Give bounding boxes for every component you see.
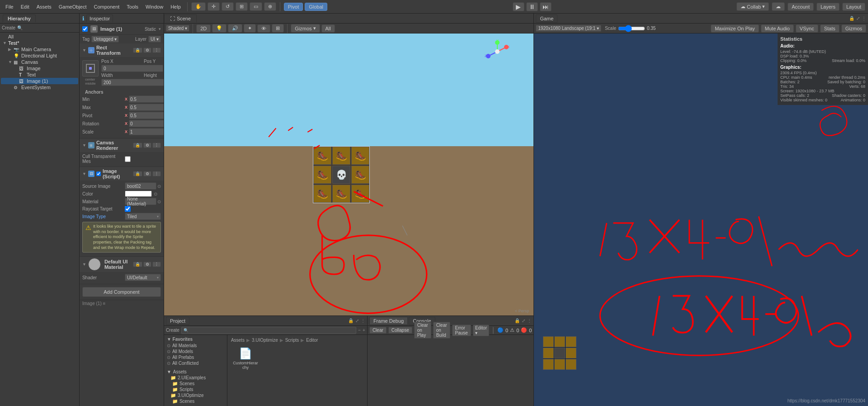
fav-all-conflicted[interactable]: ⊙ All Conflicted [165, 360, 226, 366]
services-btn[interactable]: ☁ [772, 2, 785, 11]
game-expand-icon[interactable]: ⤢ [856, 16, 860, 21]
image-lock-btn[interactable]: 🔒 [133, 171, 142, 177]
breadcrumb-assets[interactable]: Assets [231, 338, 245, 343]
project-create-btn[interactable]: Create [166, 328, 179, 333]
asset-uioptimize[interactable]: 📁 3.UIOptimize [165, 392, 226, 398]
project-zoom-in[interactable]: + [363, 328, 365, 333]
rect-menu-btn[interactable]: ⋮ [152, 48, 161, 53]
hand-tool-btn[interactable]: ✋ [191, 2, 206, 11]
rect-lock-btn[interactable]: 🔒 [133, 48, 142, 53]
default-material-header[interactable]: ▼ Default UI Material 🔒 ⚙ ⋮ [80, 257, 164, 272]
tree-item-scene[interactable]: ▼ Test* [1, 40, 78, 46]
assets-header[interactable]: ▼ Assets [165, 369, 226, 375]
rect-tool-btn[interactable]: ▭ [250, 2, 262, 11]
scale-x-input[interactable] [129, 128, 164, 135]
step-button[interactable]: ⏭ [540, 2, 552, 11]
image-menu-btn[interactable]: ⋮ [152, 171, 161, 177]
collapse-btn[interactable]: Collapse [388, 327, 412, 334]
tree-item-canvas[interactable]: ▼ ▦ Canvas [1, 59, 78, 65]
scene-fx-btn[interactable]: ✦ [244, 24, 256, 33]
menu-file[interactable]: File [3, 3, 16, 10]
pos-x-input[interactable] [101, 65, 163, 72]
tree-item-maincamera[interactable]: ▶ 📷 Main Camera [1, 46, 78, 53]
image-script-header[interactable]: ▼ 🖼 Image (Script) 🔒 ⚙ ⋮ [80, 167, 164, 181]
menu-tools[interactable]: Tools [124, 3, 141, 10]
console-expand-icon[interactable]: ⤢ [522, 318, 525, 323]
play-button[interactable]: ▶ [513, 2, 524, 11]
console-search[interactable] [493, 327, 494, 334]
menu-window[interactable]: Window [143, 3, 166, 10]
rect-transform-header[interactable]: ▼ ⊹ Rect Transform 🔒 ⚙ ⋮ [80, 43, 164, 57]
min-x-input[interactable] [129, 96, 164, 103]
collab-btn[interactable]: ☁ Collab ▾ [736, 2, 769, 11]
scene-hidden-btn[interactable]: 👁 [257, 24, 270, 33]
canvas-settings-btn[interactable]: ⚙ [143, 143, 151, 148]
canvas-renderer-header[interactable]: ▼ ⊞ Canvas Renderer 🔒 ⚙ ⋮ [80, 139, 164, 152]
clear-btn[interactable]: Clear [369, 327, 387, 334]
editor-dropdown[interactable]: Editor ▾ [473, 325, 489, 336]
create-btn[interactable]: Create [2, 25, 15, 30]
max-x-input[interactable] [129, 104, 164, 111]
tree-item-image[interactable]: 🖼 Image [1, 65, 78, 72]
file-custom-hierarchy[interactable]: 📄 CustomHierarchy [231, 345, 260, 372]
shading-dropdown[interactable]: Shaded ▾ [166, 25, 189, 32]
scene-search-btn[interactable]: All [321, 24, 335, 33]
game-menu-icon[interactable]: ⋮ [862, 16, 866, 21]
scale-slider[interactable] [618, 25, 645, 32]
custom-tool-btn[interactable]: ⊕ [264, 2, 276, 11]
cull-checkbox[interactable] [125, 156, 131, 162]
tree-item-dirlight[interactable]: 💡 Directional Light [1, 53, 78, 59]
tree-item-eventsystem[interactable]: ⚙ EventSystem [1, 84, 78, 91]
layout-btn[interactable]: Layout [842, 3, 865, 11]
tree-item-image1[interactable]: 🖼 Image (1) [1, 78, 78, 84]
console-menu-icon[interactable]: ⋮ [527, 318, 532, 323]
asset-scripts[interactable]: 📁 Scripts [165, 387, 226, 392]
global-btn[interactable]: Global [305, 3, 327, 11]
menu-component[interactable]: Component [91, 3, 122, 10]
game-gizmos-btn[interactable]: Gizmos [841, 24, 866, 33]
game-tab[interactable]: Game [536, 14, 557, 23]
menu-assets[interactable]: Assets [34, 3, 54, 10]
source-image-select-btn[interactable]: ⊙ [157, 184, 161, 189]
mat-settings-btn[interactable]: ⚙ [143, 262, 151, 267]
color-swatch[interactable] [125, 191, 152, 197]
image-type-dropdown[interactable]: Tiled ▾ [125, 213, 161, 220]
layers-btn[interactable]: Layers [816, 3, 840, 11]
canvas-lock-btn[interactable]: 🔒 [133, 143, 142, 148]
project-zoom-out[interactable]: − [358, 328, 361, 333]
console-lock-icon[interactable]: 🔒 [514, 318, 520, 323]
scene-audio-btn[interactable]: 🔊 [228, 24, 242, 33]
game-lock-icon[interactable]: 🔒 [849, 16, 854, 21]
width-input[interactable] [101, 79, 164, 86]
material-value[interactable]: None (Material) [125, 198, 156, 205]
scene-tab[interactable]: ⛶ Scene [164, 14, 197, 23]
mat-lock-btn[interactable]: 🔒 [133, 262, 142, 267]
project-menu-icon[interactable]: ⋮ [361, 318, 365, 323]
pivot-btn[interactable]: Pivot [284, 3, 303, 11]
color-picker-btn[interactable]: ⊙ [154, 191, 157, 196]
pause-button[interactable]: ⏸ [526, 2, 538, 11]
image-script-enabled[interactable] [96, 172, 101, 176]
fav-all-models[interactable]: ⊙ All Models [165, 349, 226, 354]
material-select-btn[interactable]: ⊙ [157, 199, 161, 204]
layer-dropdown[interactable]: UI ▾ [148, 36, 161, 43]
move-tool-btn[interactable]: ✛ [208, 2, 220, 11]
add-component-btn[interactable]: Add Component [82, 287, 161, 297]
anchor-widget[interactable] [82, 60, 99, 76]
canvas-menu-btn[interactable]: ⋮ [152, 143, 161, 148]
menu-help[interactable]: Help [168, 3, 184, 10]
gizmos-btn[interactable]: Gizmos ▾ [291, 24, 320, 33]
maximize-on-play-btn[interactable]: Maximize On Play [711, 24, 759, 33]
obj-enabled-checkbox[interactable] [82, 26, 88, 32]
stats-btn[interactable]: Stats [820, 24, 840, 33]
static-dropdown-arrow[interactable]: ▾ [159, 27, 161, 31]
inspector-tab[interactable]: Inspector [86, 14, 113, 22]
frame-debug-tab[interactable]: Frame Debug [369, 317, 408, 325]
breadcrumb-editor[interactable]: Editor [306, 338, 318, 343]
favorites-arrow[interactable]: ▼ [167, 337, 171, 342]
project-search-input[interactable]: 🔍 [181, 327, 356, 334]
hierarchy-tab[interactable]: Hierarchy [3, 14, 36, 22]
asset-ui-examples[interactable]: 📁 2.UIExamples [165, 375, 226, 381]
breadcrumb-scripts[interactable]: Scripts [285, 338, 299, 343]
image-settings-btn[interactable]: ⚙ [143, 171, 151, 177]
